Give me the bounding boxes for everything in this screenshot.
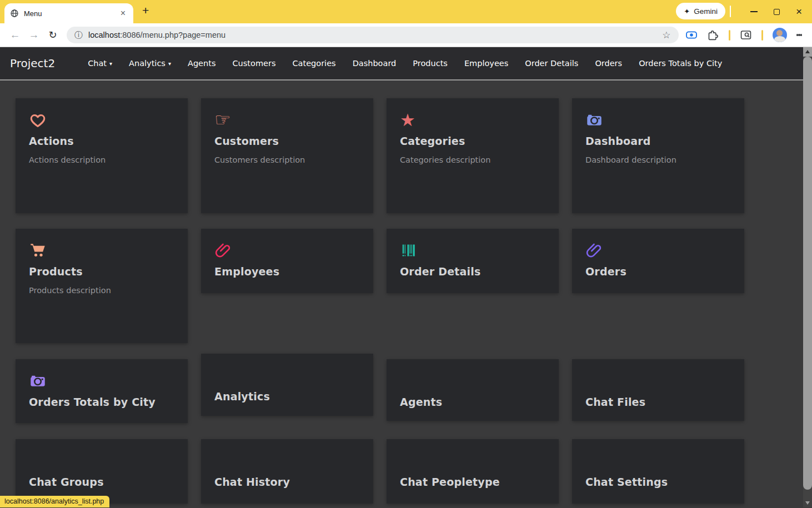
scroll-up-arrow[interactable] <box>803 47 812 57</box>
card-description: Categories description <box>400 155 545 164</box>
forward-button[interactable]: → <box>24 29 43 41</box>
menu-card-employees[interactable]: Employees <box>201 229 373 293</box>
site-info-icon[interactable]: ⓘ <box>74 30 83 41</box>
profile-avatar[interactable] <box>773 28 787 42</box>
hand-point-right-icon: ☞ <box>214 112 360 135</box>
window-controls: × <box>750 0 812 23</box>
card-row: ActionsActions description☞CustomersCust… <box>16 98 796 213</box>
window-close-button[interactable]: × <box>796 6 802 18</box>
gemini-button[interactable]: ✦ Gemini <box>676 3 725 19</box>
site-navbar: Project2 Chat▾Analytics▾AgentsCustomersC… <box>0 47 812 81</box>
nav-item-agents[interactable]: Agents <box>179 59 224 68</box>
media-control-icon[interactable] <box>685 29 698 41</box>
chevron-down-icon: ▾ <box>168 61 171 67</box>
gemini-label: Gemini <box>694 7 718 16</box>
barcode-icon <box>400 242 545 265</box>
nav-item-categories[interactable]: Categories <box>284 59 344 68</box>
card-title: Orders <box>585 265 731 278</box>
card-row: Chat GroupsChat HistoryChat PeopletypeCh… <box>16 439 796 504</box>
paperclip-icon <box>214 242 360 265</box>
extensions-puzzle-icon[interactable] <box>707 29 719 41</box>
menu-card-products[interactable]: ProductsProducts description <box>16 229 188 343</box>
card-title: Analytics <box>214 390 360 403</box>
reload-button[interactable]: ↻ <box>43 29 62 41</box>
card-title: Chat Groups <box>29 476 174 488</box>
card-description: Products description <box>29 286 174 295</box>
brand-link[interactable]: Project2 <box>10 57 55 70</box>
link-status-bubble: localhost:8086/analytics_list.php <box>0 496 109 507</box>
camera-icon <box>29 373 174 396</box>
card-title: Chat Peopletype <box>400 476 545 488</box>
nav-item-orders-totals-by-city[interactable]: Orders Totals by City <box>630 59 730 68</box>
window-minimize-button[interactable] <box>750 11 758 12</box>
new-tab-button[interactable]: + <box>142 4 149 17</box>
card-title: Dashboard <box>585 135 731 147</box>
card-title: Order Details <box>400 265 545 278</box>
menu-card-dashboard[interactable]: DashboardDashboard description <box>572 98 744 213</box>
empty-icon-slot <box>585 373 731 396</box>
card-row: ProductsProducts descriptionEmployeesOrd… <box>16 229 796 343</box>
nav-item-employees[interactable]: Employees <box>456 59 517 68</box>
card-row: Orders Totals by CityAnalyticsAgentsChat… <box>16 354 796 423</box>
nav-item-dashboard[interactable]: Dashboard <box>344 59 405 68</box>
camera-icon <box>585 112 731 135</box>
menu-card-chat-groups[interactable]: Chat Groups <box>16 439 188 504</box>
back-button[interactable]: ← <box>6 29 24 41</box>
nav-item-analytics[interactable]: Analytics▾ <box>121 59 179 68</box>
card-description: Customers description <box>214 155 360 164</box>
heart-icon <box>29 112 174 135</box>
nav-items: Chat▾Analytics▾AgentsCustomersCategories… <box>79 59 730 68</box>
card-title: Actions <box>29 135 174 147</box>
empty-icon-slot <box>29 452 174 476</box>
menu-card-chat-peopletype[interactable]: Chat Peopletype <box>387 439 559 504</box>
empty-icon-slot <box>400 373 545 396</box>
bookmark-star-icon[interactable]: ☆ <box>662 29 670 41</box>
scroll-down-arrow[interactable] <box>803 498 812 507</box>
tab-strip: Menu × + ✦ Gemini × <box>0 0 812 23</box>
card-title: Customers <box>214 135 360 147</box>
menu-card-orders-totals-by-city[interactable]: Orders Totals by City <box>16 359 188 423</box>
browser-menu-icon[interactable] <box>796 33 803 37</box>
globe-favicon-icon <box>10 9 19 18</box>
menu-card-agents[interactable]: Agents <box>387 359 559 421</box>
menu-card-categories[interactable]: ★CategoriesCategories description <box>387 98 559 213</box>
gemini-spark-icon: ✦ <box>684 7 690 16</box>
toolbar-separator <box>761 30 763 41</box>
card-title: Agents <box>400 396 545 408</box>
toolbar-separator <box>729 30 730 41</box>
tab-close-icon[interactable]: × <box>118 8 128 18</box>
card-title: Employees <box>214 265 360 278</box>
menu-card-order-details[interactable]: Order Details <box>387 229 559 293</box>
card-title: Chat Settings <box>585 476 731 488</box>
nav-item-customers[interactable]: Customers <box>224 59 284 68</box>
browser-tab[interactable]: Menu × <box>4 3 133 23</box>
card-title: Chat History <box>214 476 360 488</box>
address-bar[interactable]: ⓘ localhost:8086/menu.php?page=menu ☆ <box>67 27 679 43</box>
nav-item-products[interactable]: Products <box>404 59 456 68</box>
tab-title: Menu <box>24 9 118 18</box>
menu-card-chat-settings[interactable]: Chat Settings <box>572 439 744 504</box>
nav-item-orders[interactable]: Orders <box>587 59 630 68</box>
nav-item-chat[interactable]: Chat▾ <box>79 59 121 68</box>
scrollbar-thumb[interactable] <box>803 57 812 490</box>
menu-card-actions[interactable]: ActionsActions description <box>16 98 188 213</box>
menu-card-chat-history[interactable]: Chat History <box>201 439 373 504</box>
menu-card-orders[interactable]: Orders <box>572 229 744 293</box>
card-description: Actions description <box>29 155 174 164</box>
star-icon: ★ <box>400 112 545 135</box>
chevron-down-icon: ▾ <box>109 61 112 67</box>
menu-card-chat-files[interactable]: Chat Files <box>572 359 744 421</box>
menu-card-customers[interactable]: ☞CustomersCustomers description <box>201 98 373 213</box>
menu-card-analytics[interactable]: Analytics <box>201 354 373 416</box>
card-title: Products <box>29 265 174 278</box>
browser-window: Menu × + ✦ Gemini × ← → ↻ ⓘ localhost:80… <box>0 0 812 507</box>
vertical-scrollbar[interactable] <box>803 47 812 507</box>
side-search-icon[interactable] <box>740 29 752 41</box>
card-title: Chat Files <box>585 396 731 408</box>
empty-icon-slot <box>400 452 545 476</box>
shopping-cart-icon <box>29 242 174 265</box>
url-text: localhost:8086/menu.php?page=menu <box>88 31 662 39</box>
web-page: Project2 Chat▾Analytics▾AgentsCustomersC… <box>0 47 812 507</box>
window-maximize-button[interactable] <box>774 9 780 15</box>
nav-item-order-details[interactable]: Order Details <box>517 59 587 68</box>
